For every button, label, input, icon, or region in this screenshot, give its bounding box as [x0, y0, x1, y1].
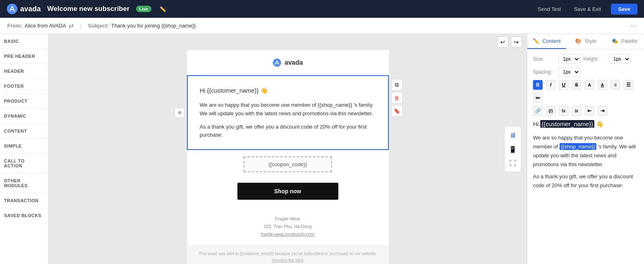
undo-button[interactable]: ↩: [497, 36, 508, 48]
canvas-area: ↩ ↪ avada ✥ Hi {{customer_name}} 👋 We ar…: [48, 34, 527, 264]
outdent-button[interactable]: ⇥: [598, 106, 607, 116]
sidebar-item-content[interactable]: CONTENT: [0, 124, 48, 139]
right-preview-body1: We are so happy that you become one memb…: [533, 133, 638, 169]
footer-address: 102, Tran Phu, Ha Dong: [194, 223, 382, 230]
desktop-view-button[interactable]: 🖥: [507, 130, 518, 140]
email-body-block[interactable]: ✥ Hi {{customer_name}} 👋 We are so happy…: [187, 75, 389, 150]
canvas-toolbar: ↩ ↪: [48, 34, 527, 50]
sub-bar: From: Alice from AVADA ⇄ | Subject: Than…: [0, 18, 644, 34]
underline-button[interactable]: U: [559, 80, 568, 90]
subject-label: Subject:: [88, 23, 109, 29]
formula-button[interactable]: fx: [559, 106, 568, 116]
sidebar-item-transaction[interactable]: TRANSACTION: [0, 193, 48, 208]
bold-button[interactable]: B: [533, 80, 543, 90]
right-preview-shop-name: {{shop_name}}: [560, 143, 596, 150]
svg-point-0: [7, 4, 17, 14]
email-legal: This email was sent to {{customer_email}…: [187, 245, 389, 264]
send-test-button[interactable]: Send Test: [535, 4, 564, 14]
mobile-view-button[interactable]: 📱: [507, 144, 518, 154]
link-button[interactable]: 🔗: [533, 106, 543, 116]
size-select[interactable]: 1px2px3px: [558, 54, 580, 64]
tab-content[interactable]: ✏️ Content: [527, 34, 566, 49]
redo-button[interactable]: ↪: [511, 36, 522, 48]
spacing-select[interactable]: 1px2px: [558, 67, 580, 77]
tab-palette-icon: 🎭: [612, 38, 618, 44]
sidebar-item-simple[interactable]: SIMPLE: [0, 139, 48, 154]
italic-button[interactable]: I: [546, 80, 556, 90]
cta-block: Shop now: [187, 179, 389, 208]
sidebar-item-product[interactable]: PRODUCT: [0, 94, 48, 109]
coupon-block[interactable]: {{coupon_code}}: [187, 150, 389, 179]
font-color-button[interactable]: A: [585, 80, 594, 90]
footer-link[interactable]: fragile-wear.myshopify.com: [261, 232, 314, 237]
bookmark-block-button[interactable]: 🔖: [391, 105, 403, 116]
italic2-button[interactable]: Ix: [572, 106, 581, 116]
height-select[interactable]: 1px2px: [609, 54, 631, 64]
legal-text: This email was sent to {{customer_email}…: [193, 251, 383, 257]
email-logo-text: avada: [285, 59, 303, 66]
tab-content-label: Content: [542, 38, 561, 44]
format-buttons-row: B I U S A A ≡ ☰ ≔: [533, 80, 638, 103]
email-header-block: avada: [187, 50, 389, 75]
unsubscribe-link[interactable]: Unsubscribe here: [272, 258, 303, 262]
sidebar-item-other-modules[interactable]: OTHER MODULES: [0, 173, 48, 193]
right-panel: ✏️ Content 🎨 Style 🎭 Palette Size: 1px2p…: [527, 34, 644, 264]
code-button[interactable]: {/}: [546, 106, 556, 116]
sidebar-item-basic[interactable]: BASIC: [0, 34, 48, 49]
align-center-button[interactable]: ≡: [610, 80, 620, 90]
list-ul-button[interactable]: ☰: [623, 80, 633, 90]
sidebar-item-saved-blocks[interactable]: SAVED BLOCKS: [0, 208, 48, 223]
height-label: Height:: [583, 56, 606, 62]
tab-palette-label: Palette: [621, 38, 637, 44]
shop-now-button[interactable]: Shop now: [237, 183, 338, 200]
sidebar-item-dynamic[interactable]: DYNAMIC: [0, 109, 48, 124]
save-button[interactable]: Save: [611, 4, 638, 15]
strikethrough-button[interactable]: S: [572, 80, 581, 90]
delete-block-button[interactable]: 🗑: [391, 92, 403, 103]
device-bar: 🖥 📱 ⛶: [504, 126, 521, 172]
edit-icon[interactable]: ✏️: [159, 6, 166, 12]
top-bar: avada Welcome new subscriber Live ✏️ Sen…: [0, 0, 644, 18]
block-actions: ⧉ 🗑 🔖: [391, 79, 403, 116]
format-size-row: Size: 1px2px3px Height: 1px2px: [533, 54, 638, 64]
spacing-label: Spacing:: [533, 69, 555, 75]
drag-handle[interactable]: ✥: [175, 108, 185, 118]
sidebar-item-call-to-action[interactable]: CALL TO ACTION: [0, 154, 48, 173]
main-layout: BASIC PRE HEADER HEADER FOOTER PRODUCT D…: [0, 34, 644, 264]
sidebar-item-footer[interactable]: FOOTER: [0, 79, 48, 94]
email-footer: Fragile Wear 102, Tran Phu, Ha Dong frag…: [187, 208, 389, 245]
tab-style[interactable]: 🎨 Style: [566, 34, 605, 49]
svg-point-1: [273, 59, 281, 67]
swap-icon[interactable]: ⇄: [69, 22, 74, 30]
sidebar-item-header[interactable]: HEADER: [0, 64, 48, 79]
email-title: Welcome new subscriber: [47, 5, 130, 13]
coupon-box: {{coupon_code}}: [243, 156, 332, 172]
footer-brand: Fragile Wear: [194, 215, 382, 223]
right-preview-body3: As a thank you gift, we offer you a disc…: [533, 172, 638, 190]
logo: avada: [6, 3, 41, 15]
list-ol-button[interactable]: ≔: [533, 93, 543, 103]
right-tabs: ✏️ Content 🎨 Style 🎭 Palette: [527, 34, 644, 49]
live-badge: Live: [136, 6, 151, 12]
from-label: From:: [7, 23, 22, 29]
right-preview-hi: Hi: [533, 120, 539, 127]
sidebar: BASIC PRE HEADER HEADER FOOTER PRODUCT D…: [0, 34, 48, 264]
tab-palette[interactable]: 🎭 Palette: [605, 34, 644, 49]
copy-block-button[interactable]: ⧉: [391, 79, 403, 91]
right-preview-greeting: Hi {{customer_name}} 👋: [533, 119, 638, 129]
size-label: Size:: [533, 56, 555, 62]
subject-value: Thank you for joining {{shop_name}}: [111, 23, 196, 29]
email-greeting: Hi {{customer_name}} 👋: [200, 86, 376, 95]
save-exit-button[interactable]: Save & Exit: [571, 4, 604, 14]
more-icon[interactable]: ⋯: [630, 22, 637, 30]
right-preview-wave: 👋: [596, 120, 604, 127]
format-spacing-row: Spacing: 1px2px: [533, 67, 638, 77]
separator: |: [80, 23, 82, 29]
fullscreen-button[interactable]: ⛶: [507, 158, 518, 168]
sidebar-item-pre-header[interactable]: PRE HEADER: [0, 49, 48, 64]
indent-button[interactable]: ⇤: [585, 106, 594, 116]
tab-style-label: Style: [585, 38, 596, 44]
email-logo: avada: [273, 58, 303, 67]
background-color-button[interactable]: A: [598, 80, 607, 90]
right-content: Size: 1px2px3px Height: 1px2px Spacing: …: [527, 49, 644, 264]
